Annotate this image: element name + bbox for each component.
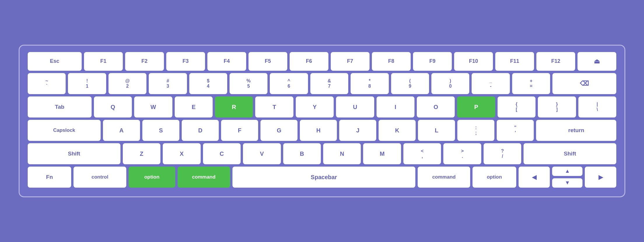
- key-m[interactable]: M: [363, 143, 401, 164]
- key-s[interactable]: S: [142, 120, 179, 141]
- key-command-left[interactable]: command: [178, 167, 230, 188]
- key-g[interactable]: G: [260, 120, 298, 141]
- key-bracket-close[interactable]: }]: [538, 96, 576, 117]
- key-slash[interactable]: ?/: [484, 143, 521, 164]
- fn-row: Esc F1 F2 F3 F4 F5 F6 F7 F8 F9 F10 F11 F…: [28, 52, 616, 71]
- key-f7[interactable]: F7: [331, 52, 370, 71]
- key-shift-left[interactable]: Shift: [28, 143, 120, 164]
- key-f12[interactable]: F12: [536, 52, 575, 71]
- key-f1[interactable]: F1: [84, 52, 123, 71]
- key-f2[interactable]: F2: [125, 52, 164, 71]
- key-v[interactable]: V: [243, 143, 281, 164]
- key-return[interactable]: return: [536, 120, 616, 141]
- key-comma[interactable]: <,: [403, 143, 441, 164]
- key-minus[interactable]: _-: [472, 73, 510, 94]
- key-0[interactable]: )0: [431, 73, 469, 94]
- key-4[interactable]: $4: [189, 73, 227, 94]
- key-arrow-up[interactable]: ▲: [552, 167, 582, 176]
- key-option-left[interactable]: option: [129, 167, 175, 188]
- key-r[interactable]: R: [215, 96, 253, 117]
- key-f6[interactable]: F6: [290, 52, 328, 71]
- key-equals[interactable]: +=: [512, 73, 550, 94]
- key-8[interactable]: *8: [351, 73, 388, 94]
- key-quote[interactable]: "': [497, 120, 534, 141]
- key-f9[interactable]: F9: [413, 52, 452, 71]
- key-x[interactable]: X: [163, 143, 200, 164]
- key-backtick[interactable]: ~`: [28, 73, 66, 94]
- key-period[interactable]: >.: [443, 143, 481, 164]
- key-shift-right[interactable]: Shift: [524, 143, 616, 164]
- key-l[interactable]: L: [418, 120, 455, 141]
- key-k[interactable]: K: [379, 120, 416, 141]
- key-o[interactable]: O: [417, 96, 455, 117]
- key-b[interactable]: B: [283, 143, 321, 164]
- key-arrow-left[interactable]: ◀: [519, 167, 550, 188]
- key-f11[interactable]: F11: [495, 52, 534, 71]
- key-z[interactable]: Z: [123, 143, 160, 164]
- key-n[interactable]: N: [323, 143, 361, 164]
- number-row: ~` !1 @2 #3 $4 %5 ^6 &7 *8 (9 )0 _- += ⌫: [28, 73, 616, 94]
- key-7[interactable]: &7: [310, 73, 348, 94]
- keyboard: Esc F1 F2 F3 F4 F5 F6 F7 F8 F9 F10 F11 F…: [19, 45, 625, 197]
- key-q[interactable]: Q: [94, 96, 132, 117]
- key-5[interactable]: %5: [230, 73, 267, 94]
- key-backspace[interactable]: ⌫: [552, 73, 616, 94]
- key-esc[interactable]: Esc: [28, 52, 82, 71]
- key-control[interactable]: control: [74, 167, 126, 188]
- key-spacebar[interactable]: Spacebar: [232, 167, 415, 188]
- key-eject[interactable]: ⏏: [578, 52, 616, 71]
- key-tab[interactable]: Tab: [28, 96, 92, 117]
- key-d[interactable]: D: [182, 120, 219, 141]
- asdf-row: Capslock A S D F G H J K L :; "' return: [28, 120, 616, 141]
- key-semicolon[interactable]: :;: [457, 120, 494, 141]
- key-f8[interactable]: F8: [372, 52, 411, 71]
- key-w[interactable]: W: [134, 96, 172, 117]
- key-option-right[interactable]: option: [473, 167, 516, 188]
- key-2[interactable]: @2: [108, 73, 146, 94]
- key-f5[interactable]: F5: [249, 52, 287, 71]
- key-u[interactable]: U: [336, 96, 374, 117]
- key-y[interactable]: Y: [296, 96, 334, 117]
- key-a[interactable]: A: [103, 120, 140, 141]
- key-i[interactable]: I: [377, 96, 414, 117]
- key-e[interactable]: E: [175, 96, 213, 117]
- key-capslock[interactable]: Capslock: [28, 120, 101, 141]
- key-backslash[interactable]: |\: [578, 96, 616, 117]
- key-fn[interactable]: Fn: [28, 167, 71, 188]
- zxcv-row: Shift Z X C V B N M <, >. ?/ Shift: [28, 143, 616, 164]
- key-c[interactable]: C: [203, 143, 241, 164]
- key-9[interactable]: (9: [391, 73, 429, 94]
- key-command-right[interactable]: command: [418, 167, 470, 188]
- key-1[interactable]: !1: [68, 73, 106, 94]
- key-f3[interactable]: F3: [166, 52, 205, 71]
- key-arrow-down[interactable]: ▼: [552, 178, 582, 188]
- key-j[interactable]: J: [339, 120, 376, 141]
- key-f4[interactable]: F4: [207, 52, 246, 71]
- key-f10[interactable]: F10: [454, 52, 493, 71]
- key-6[interactable]: ^6: [270, 73, 308, 94]
- key-3[interactable]: #3: [149, 73, 187, 94]
- key-f[interactable]: F: [221, 120, 258, 141]
- key-h[interactable]: H: [300, 120, 337, 141]
- qwerty-row: Tab Q W E R T Y U I O P {[ }] |\: [28, 96, 616, 117]
- key-bracket-open[interactable]: {[: [498, 96, 536, 117]
- key-p[interactable]: P: [457, 96, 495, 117]
- bottom-row: Fn control option command Spacebar comma…: [28, 167, 616, 188]
- key-arrow-right[interactable]: ▶: [585, 167, 616, 188]
- key-t[interactable]: T: [255, 96, 293, 117]
